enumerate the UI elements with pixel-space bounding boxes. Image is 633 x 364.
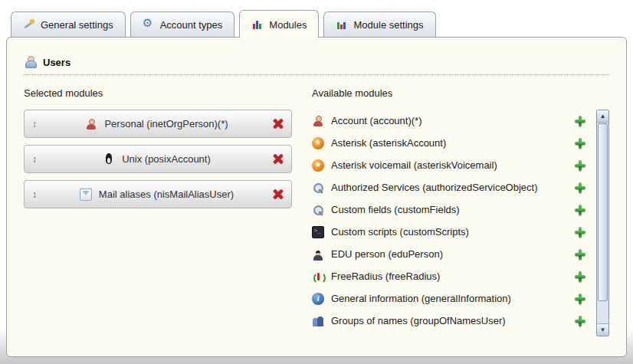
drag-handle-icon[interactable] <box>32 154 41 165</box>
selected-modules-column: Selected modules Personal (inetOrgPerson… <box>24 87 292 336</box>
chart-icon <box>336 18 348 31</box>
add-icon[interactable] <box>575 293 585 304</box>
tools-icon <box>23 18 35 31</box>
available-modules-column: Available modules Account (account)(*) A… <box>312 87 609 336</box>
selected-modules-list: Personal (inetOrgPerson)(*) Unix (posixA… <box>24 110 292 208</box>
person-icon <box>85 118 97 130</box>
tab-label: Module settings <box>353 19 423 31</box>
add-icon[interactable] <box>575 138 585 149</box>
module-label: Groups of names (groupOfNamesUser) <box>331 315 568 326</box>
tab-label: General settings <box>41 19 113 31</box>
available-modules-wrap: Account (account)(*) Asterisk (asteriskA… <box>312 110 609 336</box>
available-module-row: Groups of names (groupOfNamesUser) <box>312 310 592 332</box>
users-icon <box>24 56 36 68</box>
section-header: Users <box>24 56 609 75</box>
module-label: Custom scripts (customScripts) <box>331 226 568 238</box>
info-icon <box>312 293 324 305</box>
add-icon[interactable] <box>575 116 585 126</box>
delete-icon[interactable] <box>272 153 284 165</box>
content-panel: Users Selected modules Personal (inetOrg… <box>6 37 627 357</box>
module-label: Unix (posixAccount) <box>122 153 211 165</box>
tab-modules[interactable]: Modules <box>239 10 319 38</box>
tab-module-settings[interactable]: Module settings <box>323 11 435 37</box>
script-icon <box>312 226 324 238</box>
module-label: EDU person (eduPerson) <box>331 248 568 260</box>
delete-icon[interactable] <box>272 118 284 130</box>
person-icon <box>312 115 324 127</box>
selected-module-row[interactable]: Unix (posixAccount) <box>24 145 292 173</box>
selected-module-row[interactable]: Mail aliases (nisMailAliasUser) <box>24 180 292 208</box>
module-label: FreeRadius (freeRadius) <box>331 271 568 282</box>
module-label: Custom fields (customFields) <box>331 204 568 215</box>
selected-modules-heading: Selected modules <box>24 87 292 99</box>
module-entry: Unix (posixAccount) <box>41 153 272 166</box>
module-label: Account (account)(*) <box>331 115 568 126</box>
add-icon[interactable] <box>575 271 585 282</box>
tab-label: Account types <box>160 19 223 31</box>
add-icon[interactable] <box>575 160 585 171</box>
scrollbar[interactable] <box>596 110 609 336</box>
drag-handle-icon[interactable] <box>32 189 41 200</box>
add-icon[interactable] <box>575 205 585 215</box>
add-icon[interactable] <box>575 316 585 326</box>
available-module-row: FreeRadius (freeRadius) <box>312 265 592 287</box>
module-label: Personal (inetOrgPerson)(*) <box>104 118 228 130</box>
magnifier-icon <box>312 204 324 216</box>
mail-icon <box>80 189 92 201</box>
available-module-row: Asterisk voicemail (asteriskVoicemail) <box>312 154 592 176</box>
add-icon[interactable] <box>575 182 585 193</box>
chart-icon <box>251 18 264 31</box>
add-icon[interactable] <box>575 227 585 238</box>
available-module-row: Custom fields (customFields) <box>312 198 592 221</box>
scrollbar-thumb[interactable] <box>598 123 608 301</box>
asterisk-icon <box>312 137 324 149</box>
columns: Selected modules Personal (inetOrgPerson… <box>24 87 609 336</box>
available-module-row: General information (generalInformation) <box>312 287 592 310</box>
available-modules-heading: Available modules <box>312 87 609 99</box>
magnifier-icon <box>312 182 324 194</box>
module-label: Authorized Services (authorizedServiceOb… <box>331 182 568 193</box>
selected-module-row[interactable]: Personal (inetOrgPerson)(*) <box>24 110 292 138</box>
module-label: Asterisk voicemail (asteriskVoicemail) <box>331 159 568 171</box>
available-module-row: EDU person (eduPerson) <box>312 243 592 265</box>
scroll-up-button[interactable] <box>597 110 608 123</box>
tab-bar: General settings Account types Modules M… <box>0 0 633 37</box>
module-label: Asterisk (asteriskAccount) <box>331 137 568 149</box>
tab-general-settings[interactable]: General settings <box>11 11 126 37</box>
drag-handle-icon[interactable] <box>32 119 41 130</box>
scroll-down-button[interactable] <box>597 323 608 336</box>
gear-icon <box>143 18 155 31</box>
graduate-icon <box>312 248 324 261</box>
section-title: Users <box>43 57 71 68</box>
module-label: Mail aliases (nisMailAliasUser) <box>99 189 234 200</box>
radius-icon <box>312 271 324 283</box>
group-icon <box>312 315 324 327</box>
available-module-row: Authorized Services (authorizedServiceOb… <box>312 176 592 198</box>
module-entry: Mail aliases (nisMailAliasUser) <box>41 189 272 201</box>
tab-label: Modules <box>269 19 307 31</box>
delete-icon[interactable] <box>272 189 284 200</box>
add-icon[interactable] <box>575 249 585 260</box>
module-entry: Personal (inetOrgPerson)(*) <box>41 118 272 130</box>
module-label: General information (generalInformation) <box>331 293 568 304</box>
screen: General settings Account types Modules M… <box>0 0 633 364</box>
available-module-row: Asterisk (asteriskAccount) <box>312 132 592 154</box>
tux-icon <box>103 153 115 166</box>
asterisk-icon <box>312 159 324 172</box>
tab-account-types[interactable]: Account types <box>130 11 235 37</box>
available-module-row: Custom scripts (customScripts) <box>312 221 592 243</box>
available-module-row: Account (account)(*) <box>312 110 592 132</box>
available-modules-list: Account (account)(*) Asterisk (asteriskA… <box>312 110 592 332</box>
